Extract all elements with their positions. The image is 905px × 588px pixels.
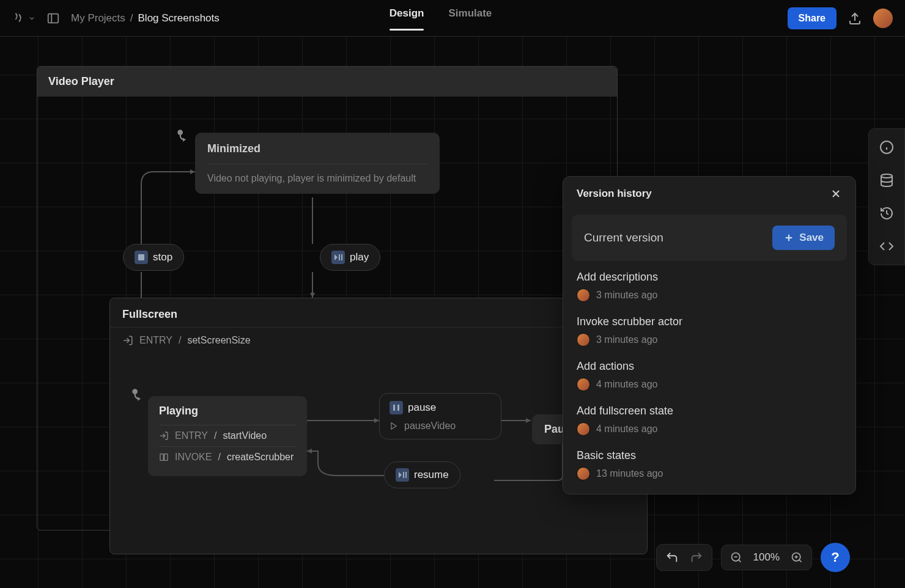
zoom-out-button[interactable] (730, 551, 742, 564)
svg-rect-13 (341, 254, 342, 260)
topbar: My Projects / Blog Screenshots Design Si… (0, 0, 905, 37)
svg-marker-11 (334, 254, 338, 260)
breadcrumb: My Projects / Blog Screenshots (71, 12, 220, 24)
author-avatar (577, 467, 590, 480)
svg-rect-25 (397, 405, 399, 411)
close-icon[interactable] (830, 188, 842, 200)
svg-rect-29 (405, 472, 407, 478)
transition-play[interactable]: play (320, 244, 380, 271)
database-icon[interactable] (879, 173, 894, 188)
svg-marker-16 (374, 418, 379, 423)
bottom-toolbar: 100% ? (656, 543, 850, 572)
initial-state-marker (175, 128, 191, 144)
breadcrumb-current[interactable]: Blog Screenshots (138, 12, 220, 24)
initial-state-marker (130, 387, 146, 403)
play-pause-icon (331, 251, 345, 264)
plus-icon (783, 232, 794, 243)
author-avatar (577, 378, 590, 391)
version-item[interactable]: Add fullscreen state 4 minutes ago (577, 405, 842, 436)
play-outline-icon (390, 422, 398, 430)
breadcrumb-root[interactable]: My Projects (71, 12, 125, 24)
state-playing[interactable]: Playing ENTRY / startVideo INVOKE / crea… (148, 396, 307, 476)
transition-action-row: pauseVideo (390, 421, 491, 432)
stop-icon (135, 251, 148, 264)
svg-marker-18 (307, 449, 312, 454)
canvas[interactable]: Video Player Minimized Video not playing… (0, 37, 905, 588)
transition-stop[interactable]: stop (123, 244, 184, 271)
state-root-video-player[interactable]: Video Player Minimized Video not playing… (37, 66, 618, 531)
play-pause-icon (396, 468, 409, 482)
state-title: Minimized (207, 142, 427, 155)
version-item[interactable]: Add descriptions 3 minutes ago (577, 271, 842, 302)
version-item[interactable]: Invoke scrubber actor 3 minutes ago (577, 315, 842, 347)
share-button[interactable]: Share (788, 7, 837, 29)
svg-marker-6 (310, 293, 315, 298)
svg-marker-3 (190, 169, 195, 174)
current-version-row[interactable]: Current version Save (572, 215, 847, 261)
app-logo[interactable] (12, 12, 35, 25)
state-description: Video not playing, player is minimized b… (207, 164, 427, 184)
invoke-action-row: INVOKE / createScrubber (159, 446, 296, 468)
help-button[interactable]: ? (821, 543, 850, 572)
transition-resume[interactable]: resume (384, 461, 460, 488)
svg-marker-27 (399, 472, 402, 478)
transition-pause[interactable]: pause pauseVideo (379, 393, 501, 439)
entry-icon (159, 431, 169, 441)
right-sidebar (868, 128, 905, 265)
panel-toggle-button[interactable] (46, 12, 60, 25)
state-root-title: Video Player (37, 67, 617, 97)
version-item[interactable]: Basic states 13 minutes ago (577, 449, 842, 480)
author-avatar (577, 288, 590, 302)
user-avatar[interactable] (873, 9, 893, 28)
info-icon[interactable] (879, 140, 894, 155)
svg-rect-12 (339, 254, 340, 260)
zoom-level[interactable]: 100% (753, 551, 780, 564)
tab-design[interactable]: Design (390, 7, 424, 29)
svg-rect-24 (393, 405, 395, 411)
pause-icon (390, 401, 403, 414)
undo-button[interactable] (665, 551, 679, 564)
version-item[interactable]: Add actions 4 minutes ago (577, 360, 842, 391)
state-minimized[interactable]: Minimized Video not playing, player is m… (195, 133, 440, 194)
entry-icon (122, 335, 133, 346)
history-icon[interactable] (879, 206, 894, 221)
svg-line-39 (738, 560, 741, 562)
version-history-panel: Version history Current version Save Add… (563, 176, 856, 494)
svg-point-8 (177, 130, 183, 135)
svg-rect-23 (164, 454, 168, 461)
state-title: Playing (159, 405, 296, 417)
svg-rect-28 (403, 472, 404, 478)
code-icon[interactable] (879, 239, 894, 254)
panel-title: Version history (577, 188, 652, 200)
tab-simulate[interactable]: Simulate (448, 7, 492, 29)
save-version-button[interactable]: Save (772, 226, 835, 250)
svg-rect-10 (138, 254, 144, 260)
svg-rect-0 (48, 13, 59, 23)
svg-marker-17 (526, 418, 531, 423)
redo-button[interactable] (690, 551, 703, 564)
entry-action-row: ENTRY / startVideo (159, 425, 296, 446)
svg-marker-9 (183, 138, 185, 142)
export-icon[interactable] (848, 11, 862, 26)
svg-marker-20 (138, 397, 140, 401)
svg-point-19 (132, 389, 138, 394)
author-avatar (577, 333, 590, 347)
mode-tabs: Design Simulate (390, 7, 492, 29)
version-list: Add descriptions 3 minutes ago Invoke sc… (563, 265, 855, 494)
svg-rect-22 (160, 454, 163, 461)
svg-marker-26 (391, 423, 396, 430)
chevron-down-icon (28, 15, 35, 22)
invoke-icon (159, 452, 169, 462)
svg-point-33 (881, 174, 892, 178)
svg-line-42 (799, 560, 802, 562)
author-avatar (577, 422, 590, 436)
zoom-in-button[interactable] (791, 551, 803, 564)
